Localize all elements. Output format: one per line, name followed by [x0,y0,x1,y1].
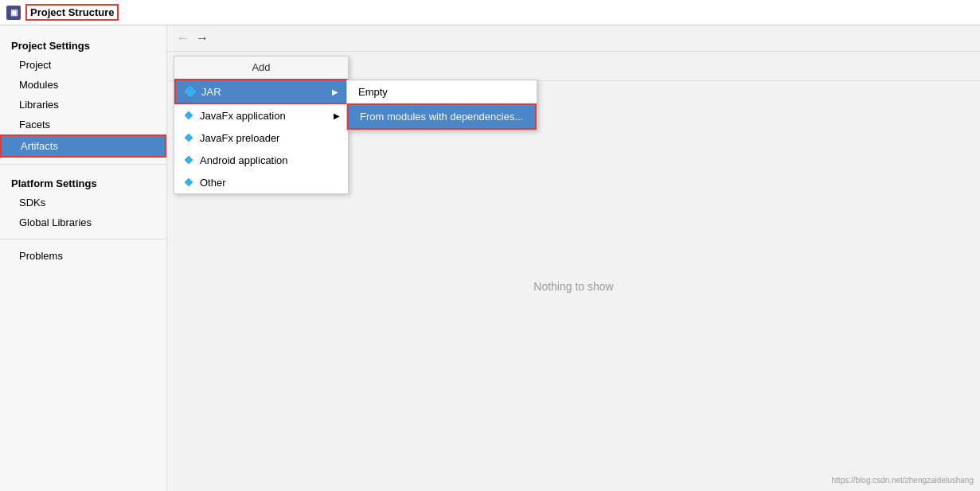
back-button[interactable]: ← [174,29,193,48]
platform-settings-section: Platform Settings [0,171,166,193]
add-menu-header: Add [174,57,348,79]
menu-item-javafx-preloader[interactable]: JavaFx preloader [174,127,348,149]
svg-marker-4 [185,156,193,164]
sidebar-item-sdks[interactable]: SDKs [0,193,166,212]
menu-item-javafx-app[interactable]: JavaFx application ▶ [174,104,348,127]
sidebar-item-facets[interactable]: Facets [0,115,166,134]
menu-item-android-app[interactable]: Android application [174,149,348,171]
nav-bar: ← → [167,25,980,52]
sidebar-item-global-libraries[interactable]: Global Libraries [0,212,166,232]
menu-item-javafx-app-label: JavaFx application [200,110,286,122]
svg-marker-3 [185,134,193,142]
submenu-item-from-modules[interactable]: From modules with dependencies... [347,103,537,130]
title-bar: ▣ Project Structure [0,0,980,25]
menu-item-other[interactable]: Other [174,171,348,193]
jar-arrow: ▶ [332,88,338,96]
menu-item-jar-label: JAR [201,86,221,98]
jar-submenu: Empty From modules with dependencies... [346,80,537,131]
submenu-item-empty[interactable]: Empty [347,80,537,103]
svg-marker-2 [185,111,193,119]
sidebar-item-artifacts[interactable]: Artifacts [0,134,166,158]
sidebar-item-project[interactable]: Project [0,55,166,75]
menu-item-jar[interactable]: JAR ▶ Empty From modules with dependenci… [174,79,348,104]
menu-item-other-label: Other [200,177,226,189]
sidebar-item-modules[interactable]: Modules [0,75,166,95]
title-bar-title: Project Structure [25,4,119,21]
sidebar-item-libraries[interactable]: Libraries [0,95,166,115]
app-icon: ▣ [6,6,21,20]
sidebar: Project Settings Project Modules Librari… [0,25,167,491]
javafx-preloader-icon [182,131,195,144]
project-settings-section: Project Settings [0,33,166,55]
svg-marker-5 [185,178,193,186]
menu-item-android-app-label: Android application [200,154,288,166]
add-menu: Add JAR ▶ Empty From modules with de [174,56,349,194]
sidebar-item-problems[interactable]: Problems [0,246,166,266]
sidebar-divider [0,164,166,165]
javafx-app-icon [182,109,195,122]
sidebar-divider-2 [0,239,166,240]
menu-item-javafx-preloader-label: JavaFx preloader [200,132,279,144]
main-layout: Project Settings Project Modules Librari… [0,25,980,491]
content-area: ← → + − ⧉ Add JAR [167,25,980,491]
javafx-app-arrow: ▶ [334,111,340,120]
jar-icon [184,85,197,98]
watermark: https://blog.csdn.net/zhengzaidelushang [832,476,974,485]
add-dropdown: Add JAR ▶ Empty From modules with de [174,56,349,194]
forward-button[interactable]: → [193,29,212,48]
android-app-icon [182,154,195,166]
other-icon [182,176,195,189]
